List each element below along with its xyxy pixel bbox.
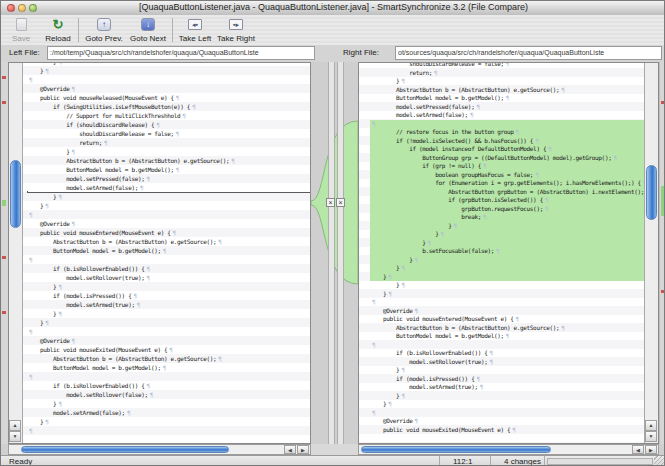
scroll-up-icon[interactable]: ▲ [645, 420, 657, 431]
code-line[interactable]: }¶ [27, 417, 310, 426]
left-horizontal-scrollbar[interactable]: ◀ ▶ [8, 444, 311, 455]
code-line[interactable]: }¶ [370, 400, 644, 409]
code-line[interactable]: }¶ [370, 392, 644, 401]
code-line[interactable]: model.setArmed(false);¶ [27, 183, 310, 192]
code-line[interactable]: if (shouldDiscardRelease) {¶ [27, 120, 310, 129]
code-line[interactable]: ¶ [370, 341, 644, 350]
code-line[interactable]: if (grpButton.isSelected()) {¶ [370, 196, 644, 205]
code-line[interactable]: boolean groupHasFocus = false;¶ [370, 171, 644, 180]
resize-grip-icon[interactable] [654, 456, 665, 466]
code-line[interactable]: if (b.isRolloverEnabled()) {¶ [27, 264, 310, 273]
take-right-button[interactable]: ▪▸ Take Right [215, 16, 257, 44]
code-line[interactable]: ¶ [27, 372, 310, 381]
change-marker[interactable] [2, 76, 6, 79]
scroll-left-icon[interactable]: ◀ [284, 445, 296, 454]
code-line[interactable]: ButtonGroup grp = ((DefaultButtonModel) … [370, 154, 644, 163]
code-line[interactable]: ButtonModel model = b.getModel();¶ [370, 94, 644, 103]
left-horizontal-scrollbar-thumb[interactable] [21, 446, 229, 453]
code-line[interactable]: AbstractButton b = (AbstractButton) e.ge… [370, 86, 644, 95]
code-line[interactable]: }¶ [370, 273, 644, 282]
code-line[interactable]: if (b.isRolloverEnabled()) {¶ [370, 349, 644, 358]
code-line[interactable]: ¶ [27, 426, 310, 435]
code-line[interactable]: }¶ [370, 77, 644, 86]
code-line[interactable]: }¶ [370, 290, 644, 299]
code-line[interactable]: if (grp != null) {¶ [370, 162, 644, 171]
code-line[interactable]: ButtonModel model = b.getModel();¶ [27, 165, 310, 174]
code-line[interactable]: if (SwingUtilities.isLeftMouseButton(e))… [27, 102, 310, 111]
code-line[interactable]: }¶ [370, 264, 644, 273]
scroll-up-icon[interactable]: ▲ [9, 420, 21, 431]
goto-next-button[interactable]: ↓ Goto Next [127, 16, 169, 44]
change-marker[interactable] [2, 256, 6, 259]
code-line[interactable]: model.setRollover(true);¶ [27, 273, 310, 282]
code-line[interactable]: for (Enumeration i = grp.getElements(); … [370, 179, 644, 188]
right-code-lines[interactable]: shouldDiscardRelease = false;¶ return;¶ … [359, 62, 644, 443]
code-line[interactable]: public void mouseEntered(MouseEvent e) {… [27, 228, 310, 237]
code-line[interactable]: model.setPressed(false);¶ [27, 174, 310, 183]
code-line[interactable]: ¶ [27, 327, 310, 336]
code-line[interactable]: }¶ [370, 230, 644, 239]
code-line[interactable]: ¶ [370, 120, 644, 129]
code-line[interactable]: AbstractButton b = (AbstractButton) e.ge… [27, 237, 310, 246]
code-line[interactable]: if (!model.isSelected() && b.hasFocus())… [370, 137, 644, 146]
save-button[interactable]: Save [3, 16, 39, 44]
change-marker[interactable] [2, 200, 6, 206]
code-line[interactable]: ¶ [370, 298, 644, 307]
code-line[interactable]: public void mouseReleased(MouseEvent e) … [27, 93, 310, 102]
code-line[interactable]: }¶ [370, 239, 644, 248]
code-line[interactable]: }¶ [27, 318, 310, 327]
code-line[interactable]: if (model instanceof DefaultButtonModel)… [370, 145, 644, 154]
code-line[interactable]: AbstractButton grpButton = (AbstractButt… [370, 188, 644, 197]
code-line[interactable]: model.setRollover(false);¶ [27, 390, 310, 399]
code-line[interactable]: public void mouseEntered(MouseEvent e) {… [370, 315, 644, 324]
code-line[interactable]: ¶ [27, 75, 310, 84]
scroll-left-icon[interactable]: ◀ [632, 445, 644, 454]
code-line[interactable]: @Override¶ [27, 336, 310, 345]
code-line[interactable]: ¶ [370, 409, 644, 418]
reject-change-button[interactable]: × [326, 198, 335, 207]
code-line[interactable]: ButtonModel model = b.getModel();¶ [27, 246, 310, 255]
code-line[interactable]: model.setRollover(true);¶ [370, 358, 644, 367]
code-line[interactable]: }¶ [27, 192, 310, 201]
code-line[interactable]: }¶ [27, 66, 310, 75]
right-file-path-field[interactable]: ot/sources/quaqua/src/ch/randelshofer/qu… [395, 46, 662, 60]
code-line[interactable]: // restore focus in the button group¶ [370, 128, 644, 137]
code-line[interactable]: }¶ [370, 366, 644, 375]
apply-change-button[interactable]: × [336, 198, 345, 207]
code-line[interactable]: }¶ [27, 147, 310, 156]
code-line[interactable]: @Override¶ [27, 219, 310, 228]
change-marker[interactable] [2, 101, 6, 104]
code-line[interactable]: b.setFocusable(false);¶ [370, 247, 644, 256]
code-line[interactable]: return;¶ [27, 138, 310, 147]
code-line[interactable]: AbstractButton b = (AbstractButton) e.ge… [370, 324, 644, 333]
code-line[interactable]: @Override¶ [370, 307, 644, 316]
code-line[interactable]: }¶ [370, 256, 644, 265]
code-line[interactable]: if (model.isPressed()) {¶ [370, 375, 644, 384]
code-line[interactable]: // Support for multiClickThreshhold¶ [27, 111, 310, 120]
right-horizontal-scrollbar-thumb[interactable] [361, 446, 551, 453]
left-vertical-scrollbar-thumb[interactable] [10, 160, 21, 228]
scroll-right-icon[interactable]: ▶ [645, 445, 657, 454]
change-marker[interactable] [661, 186, 665, 216]
code-line[interactable]: grpButton.requestFocus();¶ [370, 205, 644, 214]
right-vertical-scrollbar[interactable]: ▲ ▼ [644, 63, 658, 443]
code-line[interactable]: model.setArmed(true);¶ [27, 300, 310, 309]
right-vertical-scrollbar-thumb[interactable] [646, 165, 657, 220]
code-line[interactable]: AbstractButton b = (AbstractButton) e.ge… [27, 156, 310, 165]
code-line[interactable]: break;¶ [370, 213, 644, 222]
take-left-button[interactable]: ◂▪ Take Left [176, 16, 214, 44]
code-line[interactable]: ButtonModel model = b.getModel();¶ [27, 363, 310, 372]
code-line[interactable]: if (b.isRolloverEnabled()) {¶ [27, 381, 310, 390]
scroll-down-icon[interactable]: ▼ [9, 431, 21, 442]
change-marker[interactable] [2, 311, 6, 314]
code-line[interactable]: }¶ [27, 201, 310, 210]
change-marker[interactable] [661, 290, 665, 293]
right-horizontal-scrollbar[interactable]: ◀ ▶ [358, 444, 659, 455]
code-line[interactable]: shouldDiscardRelease = false;¶ [27, 129, 310, 138]
code-line[interactable]: if (model.isPressed()) {¶ [27, 291, 310, 300]
code-line[interactable]: }¶ [370, 222, 644, 231]
code-line[interactable]: }¶ [27, 309, 310, 318]
scroll-down-icon[interactable]: ▼ [645, 431, 657, 442]
reload-button[interactable]: ↻ Reload [41, 16, 75, 44]
code-line[interactable]: model.setArmed(true);¶ [370, 383, 644, 392]
